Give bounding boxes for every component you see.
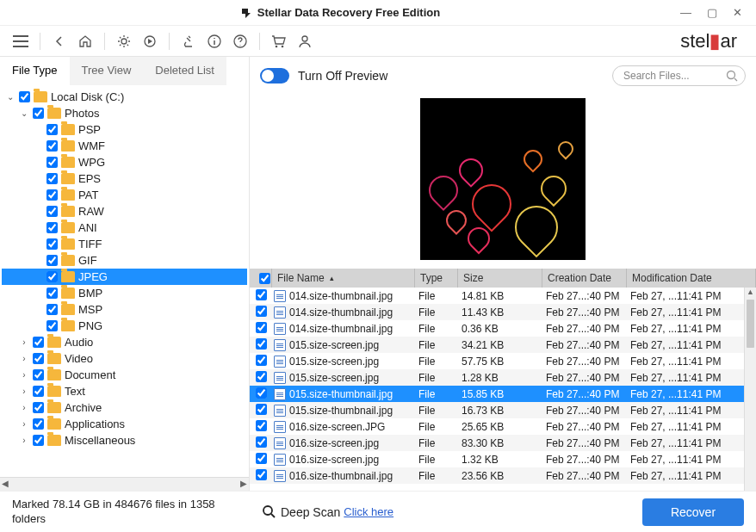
table-row[interactable]: 015.size-thumbnail.jpgFile16.73 KBFeb 27…: [250, 402, 744, 418]
tree-type-ani[interactable]: ANI: [2, 220, 247, 236]
tree-checkbox[interactable]: [46, 271, 58, 282]
tree-checkbox[interactable]: [33, 418, 44, 430]
back-button[interactable]: [47, 29, 71, 53]
recover-button[interactable]: Recover: [642, 498, 744, 526]
tree-checkbox[interactable]: [46, 222, 58, 233]
col-header-checkbox[interactable]: [250, 269, 272, 288]
tree-checkbox[interactable]: [19, 91, 30, 102]
expand-icon[interactable]: ›: [19, 419, 29, 429]
tree-checkbox[interactable]: [33, 402, 44, 413]
tree-type-wmf[interactable]: WMF: [2, 138, 247, 154]
help-icon[interactable]: [228, 29, 252, 53]
table-row[interactable]: 016.size-screen.jpgFile83.30 KBFeb 27...…: [250, 435, 744, 451]
tree-category-applications[interactable]: ›Applications: [2, 416, 247, 432]
expand-icon[interactable]: ›: [19, 337, 29, 347]
vertical-scrollbar[interactable]: ▲: [744, 288, 756, 491]
table-row[interactable]: 015.size-screen.jpgFile1.28 KBFeb 27...:…: [250, 369, 744, 386]
close-button[interactable]: ✕: [733, 6, 742, 19]
tree-type-pat[interactable]: PAT: [2, 187, 247, 203]
resume-icon[interactable]: [138, 29, 162, 53]
row-checkbox[interactable]: [256, 355, 267, 366]
tree-type-eps[interactable]: EPS: [2, 170, 247, 187]
expand-icon[interactable]: ⌄: [5, 92, 15, 102]
info-icon[interactable]: [202, 29, 226, 53]
tree-checkbox[interactable]: [46, 238, 58, 250]
tree-category-miscellaneous[interactable]: ›Miscellaneous: [2, 432, 247, 448]
expand-icon[interactable]: ›: [19, 387, 29, 396]
tab-tree-view[interactable]: Tree View: [70, 57, 144, 85]
tree-checkbox[interactable]: [46, 189, 58, 201]
tree-type-psp[interactable]: PSP: [2, 121, 247, 138]
table-row[interactable]: 016.size-screen.jpgFile1.32 KBFeb 27...:…: [250, 451, 744, 467]
tree-checkbox[interactable]: [33, 353, 44, 364]
row-checkbox[interactable]: [256, 453, 267, 464]
col-header-size[interactable]: Size: [458, 269, 542, 288]
table-row[interactable]: 016.size-thumbnail.jpgFile23.56 KBFeb 27…: [250, 467, 744, 484]
col-header-filename[interactable]: File Name▴: [272, 269, 415, 288]
expand-icon[interactable]: ›: [19, 354, 29, 363]
deep-scan-link[interactable]: Click here: [344, 505, 393, 518]
menu-icon[interactable]: [9, 29, 33, 53]
col-header-creation-date[interactable]: Creation Date: [542, 269, 627, 288]
tree-checkbox[interactable]: [46, 124, 58, 135]
home-button[interactable]: [73, 29, 97, 53]
tree-type-gif[interactable]: GIF: [2, 252, 247, 269]
select-all-checkbox[interactable]: [259, 273, 270, 284]
tree-photos[interactable]: ⌄Photos: [2, 105, 247, 121]
tree-category-video[interactable]: ›Video: [2, 350, 247, 367]
tree-checkbox[interactable]: [46, 320, 58, 331]
tree-checkbox[interactable]: [46, 206, 58, 217]
tree-checkbox[interactable]: [33, 369, 44, 380]
row-checkbox[interactable]: [256, 404, 267, 415]
table-row[interactable]: 014.size-thumbnail.jpgFile14.81 KBFeb 27…: [250, 288, 744, 304]
tab-file-type[interactable]: File Type: [0, 57, 70, 85]
tree-type-msp[interactable]: MSP: [2, 301, 247, 318]
tree-root[interactable]: ⌄Local Disk (C:): [2, 89, 247, 105]
gear-icon[interactable]: [112, 29, 136, 53]
table-row[interactable]: 015.size-screen.jpgFile34.21 KBFeb 27...…: [250, 337, 744, 353]
expand-icon[interactable]: ›: [19, 370, 29, 380]
expand-icon[interactable]: ›: [19, 403, 29, 412]
minimize-button[interactable]: —: [680, 6, 691, 19]
col-header-modification-date[interactable]: Modification Date: [627, 269, 756, 288]
tree-type-tiff[interactable]: TIFF: [2, 236, 247, 252]
tree-checkbox[interactable]: [46, 304, 58, 315]
maximize-button[interactable]: ▢: [707, 6, 717, 19]
row-checkbox[interactable]: [256, 387, 267, 399]
tree-checkbox[interactable]: [33, 108, 44, 119]
tree-checkbox[interactable]: [33, 435, 44, 446]
tree-type-bmp[interactable]: BMP: [2, 285, 247, 301]
expand-icon[interactable]: ›: [19, 436, 29, 445]
tree-category-archive[interactable]: ›Archive: [2, 399, 247, 416]
row-checkbox[interactable]: [256, 306, 267, 317]
table-row[interactable]: 015.size-screen.jpgFile57.75 KBFeb 27...…: [250, 353, 744, 369]
tree-type-raw[interactable]: RAW: [2, 203, 247, 220]
row-checkbox[interactable]: [256, 371, 267, 382]
tree-checkbox[interactable]: [46, 140, 58, 152]
table-row[interactable]: 015.size-thumbnail.jpgFile15.85 KBFeb 27…: [250, 386, 744, 402]
row-checkbox[interactable]: [256, 338, 267, 350]
table-row[interactable]: 014.size-thumbnail.jpgFile11.43 KBFeb 27…: [250, 304, 744, 320]
tree-type-jpeg[interactable]: JPEG: [2, 269, 247, 285]
tree-checkbox[interactable]: [46, 288, 58, 299]
tree-category-document[interactable]: ›Document: [2, 367, 247, 383]
row-checkbox[interactable]: [256, 469, 267, 480]
tree-checkbox[interactable]: [46, 255, 58, 266]
tree-category-audio[interactable]: ›Audio: [2, 334, 247, 350]
tree-checkbox[interactable]: [33, 337, 44, 348]
expand-icon[interactable]: ⌄: [19, 108, 29, 118]
row-checkbox[interactable]: [256, 436, 267, 448]
search-input[interactable]: Search Files...: [612, 65, 746, 86]
table-row[interactable]: 016.size-screen.JPGFile25.65 KBFeb 27...…: [250, 418, 744, 435]
user-icon[interactable]: [293, 29, 317, 53]
table-body[interactable]: 014.size-thumbnail.jpgFile14.81 KBFeb 27…: [250, 288, 744, 491]
table-row[interactable]: 014.size-thumbnail.jpgFile0.36 KBFeb 27.…: [250, 320, 744, 337]
tree-type-png[interactable]: PNG: [2, 318, 247, 334]
tree-checkbox[interactable]: [46, 173, 58, 184]
row-checkbox[interactable]: [256, 420, 267, 431]
col-header-type[interactable]: Type: [415, 269, 458, 288]
row-checkbox[interactable]: [256, 322, 267, 333]
tree-category-text[interactable]: ›Text: [2, 383, 247, 399]
preview-toggle[interactable]: [260, 68, 289, 84]
folder-tree[interactable]: ⌄Local Disk (C:)⌄PhotosPSPWMFWPGEPSPATRA…: [0, 85, 249, 477]
